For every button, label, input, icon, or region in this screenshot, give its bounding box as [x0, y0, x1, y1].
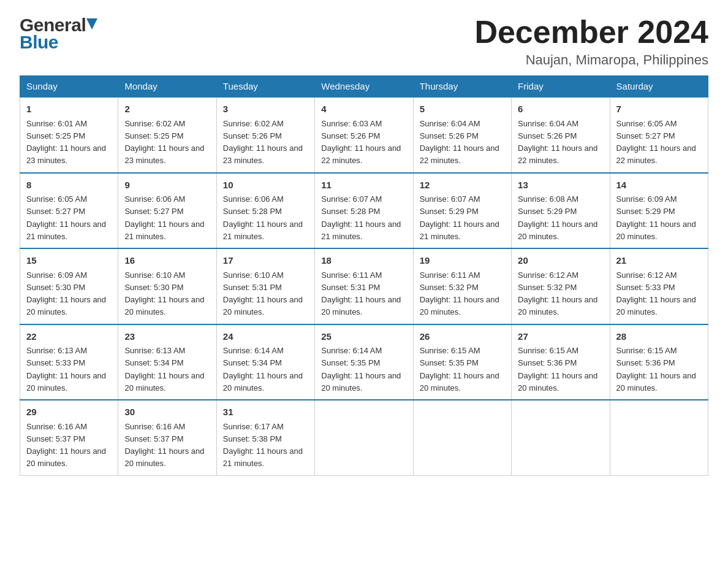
day-number: 24	[223, 330, 308, 344]
svg-marker-0	[86, 18, 97, 29]
day-number: 13	[518, 178, 603, 193]
logo-blue-text: Blue	[20, 32, 58, 53]
calendar-cell: 8Sunrise: 6:05 AMSunset: 5:27 PMDaylight…	[20, 173, 118, 249]
day-info: Sunrise: 6:06 AMSunset: 5:28 PMDaylight:…	[223, 194, 303, 241]
day-info: Sunrise: 6:15 AMSunset: 5:36 PMDaylight:…	[518, 346, 597, 393]
day-info: Sunrise: 6:11 AMSunset: 5:31 PMDaylight:…	[321, 270, 401, 317]
day-number: 15	[26, 254, 112, 268]
calendar-cell	[315, 400, 413, 475]
calendar-week-row: 1Sunrise: 6:01 AMSunset: 5:25 PMDaylight…	[20, 97, 708, 173]
day-number: 11	[321, 178, 406, 193]
day-number: 26	[420, 330, 505, 344]
calendar-header-saturday: Saturday	[610, 76, 708, 98]
calendar-cell: 1Sunrise: 6:01 AMSunset: 5:25 PMDaylight…	[20, 97, 118, 173]
day-info: Sunrise: 6:14 AMSunset: 5:35 PMDaylight:…	[321, 346, 401, 393]
calendar-body: 1Sunrise: 6:01 AMSunset: 5:25 PMDaylight…	[20, 97, 708, 475]
day-info: Sunrise: 6:05 AMSunset: 5:27 PMDaylight:…	[616, 119, 696, 166]
calendar-cell: 16Sunrise: 6:10 AMSunset: 5:30 PMDayligh…	[118, 248, 216, 324]
calendar-cell: 5Sunrise: 6:04 AMSunset: 5:26 PMDaylight…	[413, 97, 511, 173]
calendar-cell: 22Sunrise: 6:13 AMSunset: 5:33 PMDayligh…	[20, 324, 118, 400]
calendar-header-friday: Friday	[512, 76, 610, 98]
logo-arrow-icon	[86, 18, 97, 31]
calendar-cell: 30Sunrise: 6:16 AMSunset: 5:37 PMDayligh…	[118, 400, 216, 475]
day-number: 7	[616, 102, 702, 117]
day-number: 10	[223, 178, 308, 193]
calendar-cell: 21Sunrise: 6:12 AMSunset: 5:33 PMDayligh…	[610, 248, 708, 324]
day-number: 6	[518, 102, 603, 117]
day-info: Sunrise: 6:02 AMSunset: 5:25 PMDaylight:…	[124, 119, 204, 166]
day-info: Sunrise: 6:04 AMSunset: 5:26 PMDaylight:…	[518, 119, 597, 166]
calendar-cell: 6Sunrise: 6:04 AMSunset: 5:26 PMDaylight…	[512, 97, 610, 173]
day-info: Sunrise: 6:15 AMSunset: 5:36 PMDaylight:…	[616, 346, 696, 393]
day-info: Sunrise: 6:02 AMSunset: 5:26 PMDaylight:…	[223, 119, 303, 166]
day-info: Sunrise: 6:17 AMSunset: 5:38 PMDaylight:…	[223, 422, 303, 469]
calendar-cell: 7Sunrise: 6:05 AMSunset: 5:27 PMDaylight…	[610, 97, 708, 173]
calendar-cell: 4Sunrise: 6:03 AMSunset: 5:26 PMDaylight…	[315, 97, 413, 173]
day-info: Sunrise: 6:08 AMSunset: 5:29 PMDaylight:…	[518, 194, 597, 241]
calendar-cell	[512, 400, 610, 475]
day-info: Sunrise: 6:03 AMSunset: 5:26 PMDaylight:…	[321, 119, 401, 166]
day-info: Sunrise: 6:15 AMSunset: 5:35 PMDaylight:…	[420, 346, 499, 393]
day-info: Sunrise: 6:09 AMSunset: 5:30 PMDaylight:…	[26, 270, 106, 317]
calendar-table: SundayMondayTuesdayWednesdayThursdayFrid…	[20, 75, 708, 476]
day-number: 9	[124, 178, 210, 193]
day-info: Sunrise: 6:04 AMSunset: 5:26 PMDaylight:…	[420, 119, 499, 166]
day-info: Sunrise: 6:16 AMSunset: 5:37 PMDaylight:…	[26, 422, 106, 469]
calendar-cell: 31Sunrise: 6:17 AMSunset: 5:38 PMDayligh…	[216, 400, 314, 475]
day-number: 29	[26, 405, 112, 419]
day-number: 18	[321, 254, 406, 268]
calendar-cell: 25Sunrise: 6:14 AMSunset: 5:35 PMDayligh…	[315, 324, 413, 400]
calendar-week-row: 22Sunrise: 6:13 AMSunset: 5:33 PMDayligh…	[20, 324, 708, 400]
day-info: Sunrise: 6:05 AMSunset: 5:27 PMDaylight:…	[26, 194, 106, 241]
day-info: Sunrise: 6:13 AMSunset: 5:34 PMDaylight:…	[124, 346, 204, 393]
calendar-cell: 14Sunrise: 6:09 AMSunset: 5:29 PMDayligh…	[610, 173, 708, 249]
calendar-cell	[413, 400, 511, 475]
calendar-cell: 18Sunrise: 6:11 AMSunset: 5:31 PMDayligh…	[315, 248, 413, 324]
day-number: 4	[321, 102, 406, 117]
month-title: December 2024	[474, 15, 708, 50]
day-number: 17	[223, 254, 308, 268]
day-number: 31	[223, 405, 308, 419]
day-number: 1	[26, 102, 112, 117]
day-info: Sunrise: 6:07 AMSunset: 5:29 PMDaylight:…	[420, 194, 499, 241]
day-info: Sunrise: 6:01 AMSunset: 5:25 PMDaylight:…	[26, 119, 106, 166]
calendar-header-monday: Monday	[118, 76, 216, 98]
calendar-header-wednesday: Wednesday	[315, 76, 413, 98]
day-number: 22	[26, 330, 112, 344]
calendar-cell: 26Sunrise: 6:15 AMSunset: 5:35 PMDayligh…	[413, 324, 511, 400]
day-number: 19	[420, 254, 505, 268]
calendar-header-tuesday: Tuesday	[216, 76, 314, 98]
calendar-cell: 10Sunrise: 6:06 AMSunset: 5:28 PMDayligh…	[216, 173, 314, 249]
day-info: Sunrise: 6:12 AMSunset: 5:32 PMDaylight:…	[518, 270, 597, 317]
day-number: 23	[124, 330, 210, 344]
calendar-week-row: 29Sunrise: 6:16 AMSunset: 5:37 PMDayligh…	[20, 400, 708, 475]
title-block: December 2024 Naujan, Mimaropa, Philippi…	[474, 15, 708, 68]
day-info: Sunrise: 6:16 AMSunset: 5:37 PMDaylight:…	[124, 422, 204, 469]
calendar-cell: 23Sunrise: 6:13 AMSunset: 5:34 PMDayligh…	[118, 324, 216, 400]
calendar-cell: 12Sunrise: 6:07 AMSunset: 5:29 PMDayligh…	[413, 173, 511, 249]
day-info: Sunrise: 6:09 AMSunset: 5:29 PMDaylight:…	[616, 194, 696, 241]
calendar-cell: 29Sunrise: 6:16 AMSunset: 5:37 PMDayligh…	[20, 400, 118, 475]
calendar-cell: 11Sunrise: 6:07 AMSunset: 5:28 PMDayligh…	[315, 173, 413, 249]
calendar-cell: 2Sunrise: 6:02 AMSunset: 5:25 PMDaylight…	[118, 97, 216, 173]
calendar-week-row: 8Sunrise: 6:05 AMSunset: 5:27 PMDaylight…	[20, 173, 708, 249]
calendar-cell: 28Sunrise: 6:15 AMSunset: 5:36 PMDayligh…	[610, 324, 708, 400]
day-number: 8	[26, 178, 112, 193]
calendar-cell: 27Sunrise: 6:15 AMSunset: 5:36 PMDayligh…	[512, 324, 610, 400]
day-info: Sunrise: 6:06 AMSunset: 5:27 PMDaylight:…	[124, 194, 204, 241]
day-info: Sunrise: 6:10 AMSunset: 5:30 PMDaylight:…	[124, 270, 204, 317]
day-info: Sunrise: 6:07 AMSunset: 5:28 PMDaylight:…	[321, 194, 401, 241]
day-number: 30	[124, 405, 210, 419]
calendar-cell: 3Sunrise: 6:02 AMSunset: 5:26 PMDaylight…	[216, 97, 314, 173]
day-info: Sunrise: 6:10 AMSunset: 5:31 PMDaylight:…	[223, 270, 303, 317]
calendar-cell: 20Sunrise: 6:12 AMSunset: 5:32 PMDayligh…	[512, 248, 610, 324]
day-number: 5	[420, 102, 505, 117]
day-number: 16	[124, 254, 210, 268]
day-number: 14	[616, 178, 702, 193]
page-header: General Blue December 2024 Naujan, Mimar…	[20, 15, 708, 68]
day-info: Sunrise: 6:13 AMSunset: 5:33 PMDaylight:…	[26, 346, 106, 393]
day-number: 27	[518, 330, 603, 344]
calendar-cell: 9Sunrise: 6:06 AMSunset: 5:27 PMDaylight…	[118, 173, 216, 249]
calendar-cell	[610, 400, 708, 475]
calendar-cell: 17Sunrise: 6:10 AMSunset: 5:31 PMDayligh…	[216, 248, 314, 324]
